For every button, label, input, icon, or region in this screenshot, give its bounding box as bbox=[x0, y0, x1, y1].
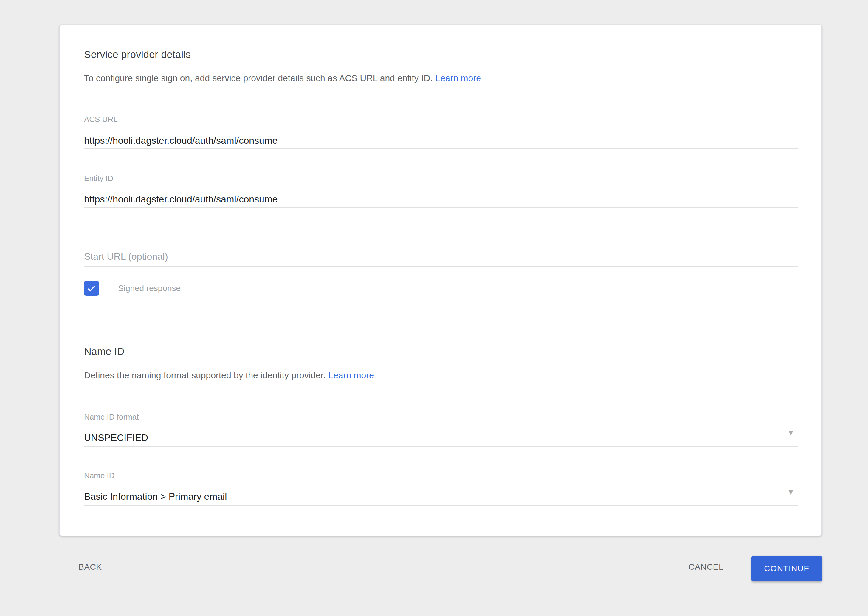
name-id-format-select[interactable]: Name ID format UNSPECIFIED ▼ bbox=[84, 412, 797, 447]
back-button[interactable]: BACK bbox=[78, 563, 102, 572]
start-url-input[interactable] bbox=[84, 250, 797, 263]
continue-button[interactable]: CONTINUE bbox=[752, 556, 822, 581]
name-id-format-value: UNSPECIFIED bbox=[84, 431, 797, 444]
acs-url-field: ACS URL bbox=[84, 115, 797, 149]
acs-url-label: ACS URL bbox=[84, 115, 118, 124]
learn-more-link-service-provider[interactable]: Learn more bbox=[435, 73, 481, 83]
name-id-value: Basic Information > Primary email bbox=[84, 490, 797, 503]
name-id-description: Defines the naming format supported by t… bbox=[84, 369, 374, 381]
entity-id-field: Entity ID bbox=[84, 173, 797, 207]
service-provider-card: Service provider details To configure si… bbox=[59, 25, 822, 536]
card-content: Service provider details To configure si… bbox=[84, 25, 797, 536]
name-id-section-title: Name ID bbox=[84, 345, 125, 358]
chevron-down-icon: ▼ bbox=[787, 488, 795, 496]
saml-config-page: { "colors": { "page_bg": "#ededed", "car… bbox=[0, 0, 868, 616]
acs-url-input[interactable] bbox=[84, 134, 797, 147]
service-provider-description-text: To configure single sign on, add service… bbox=[84, 73, 433, 83]
learn-more-link-name-id[interactable]: Learn more bbox=[328, 370, 374, 380]
name-id-format-underline bbox=[84, 446, 797, 447]
name-id-select[interactable]: Name ID Basic Information > Primary emai… bbox=[84, 471, 797, 506]
start-url-field bbox=[84, 250, 797, 267]
entity-id-underline bbox=[84, 207, 797, 207]
name-id-description-text: Defines the naming format supported by t… bbox=[84, 370, 325, 380]
page-title: Service provider details bbox=[84, 48, 191, 61]
name-id-underline bbox=[84, 505, 797, 506]
chevron-down-icon: ▼ bbox=[787, 429, 795, 437]
signed-response-label: Signed response bbox=[118, 284, 181, 293]
check-icon bbox=[86, 283, 97, 294]
start-url-underline bbox=[84, 266, 797, 267]
name-id-label: Name ID bbox=[84, 471, 115, 480]
entity-id-label: Entity ID bbox=[84, 173, 113, 183]
entity-id-input[interactable] bbox=[84, 193, 797, 206]
signed-response-checkbox[interactable] bbox=[84, 281, 99, 296]
service-provider-description: To configure single sign on, add service… bbox=[84, 72, 481, 84]
signed-response-row: Signed response bbox=[84, 281, 181, 296]
cancel-button[interactable]: CANCEL bbox=[689, 563, 724, 572]
name-id-format-label: Name ID format bbox=[84, 412, 139, 421]
acs-url-underline bbox=[84, 148, 797, 149]
